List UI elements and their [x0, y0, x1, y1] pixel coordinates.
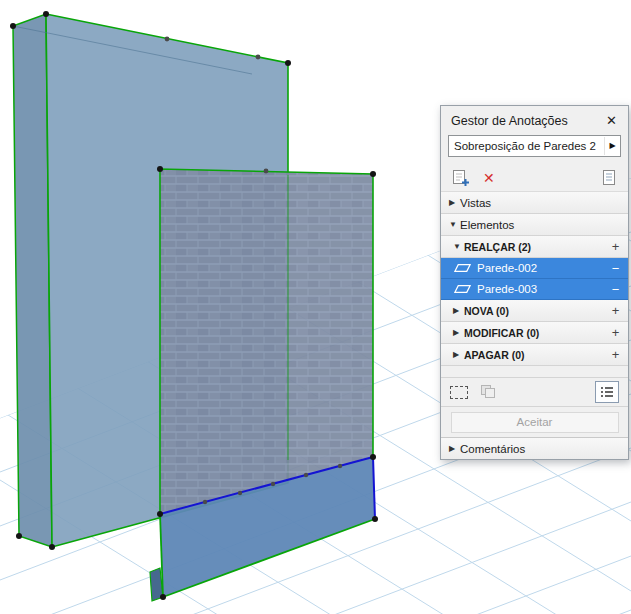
section-apagar-label: APAGAR (0) [464, 349, 609, 361]
selection-handle [160, 594, 166, 600]
selection-handle [372, 516, 378, 522]
section-comentarios[interactable]: ▶ Comentários [441, 437, 628, 459]
chevron-right-icon: ▶ [449, 444, 460, 453]
wall-icon [454, 284, 471, 294]
realcar-add-button[interactable]: + [609, 239, 622, 254]
duplicate-icon[interactable] [479, 384, 497, 400]
selection-handle [370, 454, 376, 460]
item-label: Parede-003 [477, 283, 603, 295]
delete-annotation-button[interactable]: ✕ [483, 171, 495, 185]
nova-add-button[interactable]: + [609, 303, 622, 318]
application-window: Gestor de Anotações ✕ Sobreposição de Pa… [0, 0, 631, 614]
selection-handle [157, 511, 163, 517]
chevron-right-icon: ▶ [453, 350, 464, 359]
remove-item-button[interactable]: − [609, 282, 622, 297]
list-criteria-icon [599, 384, 615, 400]
remove-item-button[interactable]: − [609, 261, 622, 276]
section-elementos-label: Elementos [460, 219, 622, 231]
selection-handle [157, 166, 163, 172]
section-modificar[interactable]: ▶ MODIFICAR (0) + [441, 322, 628, 344]
dropdown-flyout-icon[interactable]: ▶ [604, 137, 620, 155]
selection-handle [370, 171, 376, 177]
annotation-manager-panel: Gestor de Anotações ✕ Sobreposição de Pa… [440, 105, 629, 460]
section-realcar[interactable]: ▼ REALÇAR (2) + [441, 236, 628, 258]
section-vistas[interactable]: ▶ Vistas [441, 192, 628, 214]
add-annotation-button[interactable] [450, 169, 470, 187]
section-vistas-label: Vistas [460, 197, 622, 209]
manage-annotations-button[interactable] [599, 169, 619, 187]
chevron-down-icon: ▼ [449, 220, 460, 229]
criteria-options-button[interactable] [595, 381, 619, 403]
selection-handle [16, 533, 22, 539]
apagar-add-button[interactable]: + [609, 347, 622, 362]
midpoint-handle [165, 37, 170, 42]
selection-handle [49, 544, 55, 550]
item-label: Parede-002 [477, 262, 603, 274]
accept-row: Aceitar [441, 407, 628, 437]
chevron-right-icon: ▶ [453, 306, 464, 315]
panel-toolbar: ✕ [441, 164, 628, 192]
section-realcar-label: REALÇAR (2) [464, 241, 609, 253]
section-nova-label: NOVA (0) [464, 305, 609, 317]
section-modificar-label: MODIFICAR (0) [464, 327, 609, 339]
annotation-set-value: Sobreposição de Paredes 2 [449, 140, 604, 152]
section-nova[interactable]: ▶ NOVA (0) + [441, 300, 628, 322]
wall-icon [454, 263, 471, 273]
marquee-icon[interactable] [450, 386, 468, 399]
panel-title: Gestor de Anotações [451, 114, 603, 128]
selection-handle [10, 23, 16, 29]
selection-handle [43, 11, 49, 17]
midpoint-handle [256, 55, 261, 60]
list-item[interactable]: Parede-002 − [441, 258, 628, 279]
section-apagar[interactable]: ▶ APAGAR (0) + [441, 344, 628, 366]
chevron-right-icon: ▶ [453, 328, 464, 337]
wall-brick-selection-tint [160, 169, 373, 514]
chevron-right-icon: ▶ [449, 198, 460, 207]
section-elementos[interactable]: ▼ Elementos [441, 214, 628, 236]
annotation-set-dropdown[interactable]: Sobreposição de Paredes 2 ▶ [448, 135, 621, 157]
accept-button[interactable]: Aceitar [451, 412, 619, 433]
close-icon[interactable]: ✕ [603, 113, 620, 128]
panel-titlebar[interactable]: Gestor de Anotações ✕ [441, 106, 628, 135]
chevron-down-icon: ▼ [453, 242, 464, 251]
midpoint-handle [264, 169, 269, 174]
modificar-add-button[interactable]: + [609, 325, 622, 340]
bottom-toolbar [441, 377, 628, 407]
wall-brick[interactable] [160, 169, 373, 514]
selection-handle [285, 60, 291, 66]
list-item[interactable]: Parede-003 − [441, 279, 628, 300]
section-comentarios-label: Comentários [460, 443, 622, 455]
